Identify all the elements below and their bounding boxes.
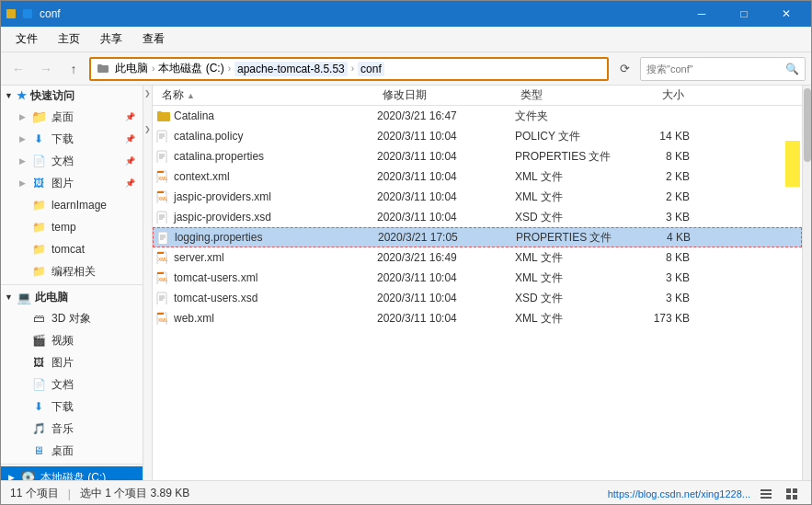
minimize-button[interactable]: ─ xyxy=(680,1,723,27)
file-date-cell: 2020/3/21 16:47 xyxy=(377,109,515,122)
svg-rect-40 xyxy=(761,493,772,495)
col-header-type[interactable]: 类型 xyxy=(515,86,625,105)
svg-text:XML: XML xyxy=(158,176,168,181)
icon-pc-pic: 🖼 xyxy=(31,355,46,370)
file-icon xyxy=(156,150,169,163)
sidebar-item-desktop[interactable]: ▶ 📁 桌面 📌 xyxy=(1,106,143,128)
menu-home[interactable]: 主页 xyxy=(49,29,89,50)
forward-button[interactable]: → xyxy=(34,57,58,81)
status-selected: 选中 1 个项目 3.89 KB xyxy=(80,486,189,501)
up-button[interactable]: ↑ xyxy=(62,57,86,81)
pin-icon-4: 📌 xyxy=(125,178,135,188)
file-name-cell: Catalina xyxy=(156,109,377,122)
sidebar-item-learnimage[interactable]: ▶ 📁 learnImage xyxy=(1,194,143,216)
col-header-size[interactable]: 大小 xyxy=(625,86,690,105)
menu-view[interactable]: 查看 xyxy=(133,29,174,50)
sidebar-item-pc-pic[interactable]: ▶ 🖼 图片 xyxy=(1,351,143,373)
refresh-button[interactable]: ⟳ xyxy=(612,57,636,81)
icon-pc-desk: 🖥 xyxy=(31,443,46,458)
table-row[interactable]: XML server.xml 2020/3/21 16:49 XML 文件 8 … xyxy=(153,247,802,268)
view-icons-btn[interactable] xyxy=(782,484,802,504)
sidebar-divider-1 xyxy=(1,284,143,285)
address-bar[interactable]: 此电脑 › 本地磁盘 (C:) › apache-tomcat-8.5.53 ›… xyxy=(89,57,609,81)
sidebar-label-pc-pic: 图片 xyxy=(51,355,74,371)
menu-file[interactable]: 文件 xyxy=(6,29,47,50)
sidebar-item-c-drive[interactable]: ▶ 💽 本地磁盘 (C:) xyxy=(1,466,143,480)
sidebar-expanders: ❯ ❯ xyxy=(143,86,153,480)
quick-access-header[interactable]: ▼ ★ 快速访问 xyxy=(1,86,143,106)
icon-3d: 🗃 xyxy=(31,311,46,326)
svg-rect-41 xyxy=(761,497,772,499)
table-row[interactable]: logging.properties 2020/3/21 17:05 PROPE… xyxy=(153,227,802,247)
view-details-btn[interactable] xyxy=(756,484,776,504)
title-bar: conf ─ □ ✕ xyxy=(1,1,811,27)
search-bar[interactable]: 🔍 xyxy=(640,57,806,81)
back-button[interactable]: ← xyxy=(6,57,30,81)
menu-share[interactable]: 共享 xyxy=(91,29,132,50)
sidebar-item-programming[interactable]: ▶ 📁 编程相关 xyxy=(1,260,143,282)
svg-rect-39 xyxy=(761,489,772,491)
scrollbar-thumb[interactable] xyxy=(804,88,811,162)
file-size-cell: 14 KB xyxy=(625,130,690,143)
table-row[interactable]: XML jaspic-providers.xml 2020/3/11 10:04… xyxy=(153,187,802,207)
table-row[interactable]: jaspic-providers.xsd 2020/3/11 10:04 XSD… xyxy=(153,207,802,227)
col-header-date[interactable]: 修改日期 xyxy=(377,86,515,105)
table-row[interactable]: XML web.xml 2020/3/11 10:04 XML 文件 173 K… xyxy=(153,308,802,328)
pin-icon-2: 📌 xyxy=(125,134,135,143)
file-date-cell: 2020/3/11 10:04 xyxy=(377,312,515,325)
sidebar-item-pc-down[interactable]: ▶ ⬇ 下载 xyxy=(1,396,143,418)
sidebar-item-pics[interactable]: ▶ 🖼 图片 📌 xyxy=(1,172,143,194)
breadcrumb-this-pc[interactable]: 此电脑 xyxy=(115,61,148,76)
file-date-cell: 2020/3/21 16:49 xyxy=(377,251,515,264)
file-icon xyxy=(156,109,169,122)
right-scrollbar[interactable] xyxy=(802,86,811,480)
sidebar-label-pics: 图片 xyxy=(51,176,74,191)
status-items-count: 11 个项目 xyxy=(10,486,59,501)
icon-video: 🎬 xyxy=(31,333,46,348)
sidebar-item-download[interactable]: ▶ ⬇ 下载 📌 xyxy=(1,128,143,150)
sidebar: ▼ ★ 快速访问 ▶ 📁 桌面 📌 ▶ ⬇ 下载 📌 ▶ 📄 文档 📌 xyxy=(1,86,143,480)
sidebar-label-prog: 编程相关 xyxy=(51,264,96,280)
icon-music: 🎵 xyxy=(31,421,46,436)
window-controls: ─ □ ✕ xyxy=(680,1,807,27)
sidebar-item-video[interactable]: ▶ 🎬 视频 xyxy=(1,329,143,351)
close-button[interactable]: ✕ xyxy=(765,1,807,27)
sidebar-item-pc-doc[interactable]: ▶ 📄 文档 xyxy=(1,373,143,396)
main-layout: ▼ ★ 快速访问 ▶ 📁 桌面 📌 ▶ ⬇ 下载 📌 ▶ 📄 文档 📌 xyxy=(1,86,811,480)
sidebar-item-tomcat[interactable]: ▶ 📁 tomcat xyxy=(1,238,143,260)
icon-c-drive: 💽 xyxy=(20,470,35,480)
breadcrumb-c-drive[interactable]: 本地磁盘 (C:) xyxy=(158,61,223,76)
sidebar-label-pc-down: 下载 xyxy=(51,399,74,415)
svg-rect-0 xyxy=(6,9,16,18)
file-name: context.xml xyxy=(174,170,230,183)
status-bar: 11 个项目 | 选中 1 个项目 3.89 KB https://blog.c… xyxy=(1,480,811,505)
table-row[interactable]: Catalina 2020/3/21 16:47 文件夹 xyxy=(153,106,802,126)
breadcrumb-tomcat[interactable]: apache-tomcat-8.5.53 xyxy=(234,62,348,76)
maximize-button[interactable]: □ xyxy=(723,1,765,27)
file-date-cell: 2020/3/11 10:04 xyxy=(377,211,515,224)
table-row[interactable]: catalina.policy 2020/3/11 10:04 POLICY 文… xyxy=(153,126,802,146)
title-icon-2 xyxy=(21,7,34,20)
sidebar-item-temp[interactable]: ▶ 📁 temp xyxy=(1,216,143,238)
expand-arrow-1[interactable]: ❯ xyxy=(144,89,151,98)
table-row[interactable]: XML context.xml 2020/3/11 10:04 XML 文件 2… xyxy=(153,166,802,187)
sidebar-item-music[interactable]: ▶ 🎵 音乐 xyxy=(1,418,143,440)
table-row[interactable]: tomcat-users.xsd 2020/3/11 10:04 XSD 文件 … xyxy=(153,288,802,308)
col-header-name[interactable]: 名称 ▲ xyxy=(156,86,377,105)
pc-header[interactable]: ▼ 💻 此电脑 xyxy=(1,287,143,307)
table-row[interactable]: catalina.properties 2020/3/11 10:04 PROP… xyxy=(153,146,802,166)
search-icon[interactable]: 🔍 xyxy=(785,63,799,75)
expand-arrow-2[interactable]: ❯ xyxy=(144,125,151,133)
sidebar-item-pc-desk[interactable]: ▶ 🖥 桌面 xyxy=(1,440,143,462)
sidebar-item-docs[interactable]: ▶ 📄 文档 📌 xyxy=(1,150,143,172)
breadcrumb-conf[interactable]: conf xyxy=(358,62,384,76)
file-date-cell: 2020/3/11 10:04 xyxy=(377,292,515,304)
file-date-cell: 2020/3/11 10:04 xyxy=(377,190,515,203)
breadcrumb-pc[interactable] xyxy=(97,62,111,75)
sort-arrow: ▲ xyxy=(187,91,195,100)
table-row[interactable]: XML tomcat-users.xml 2020/3/11 10:04 XML… xyxy=(153,268,802,288)
file-name: web.xml xyxy=(174,312,214,325)
sidebar-item-3d[interactable]: ▶ 🗃 3D 对象 xyxy=(1,307,143,329)
svg-text:XML: XML xyxy=(158,257,168,262)
search-input[interactable] xyxy=(646,63,782,75)
